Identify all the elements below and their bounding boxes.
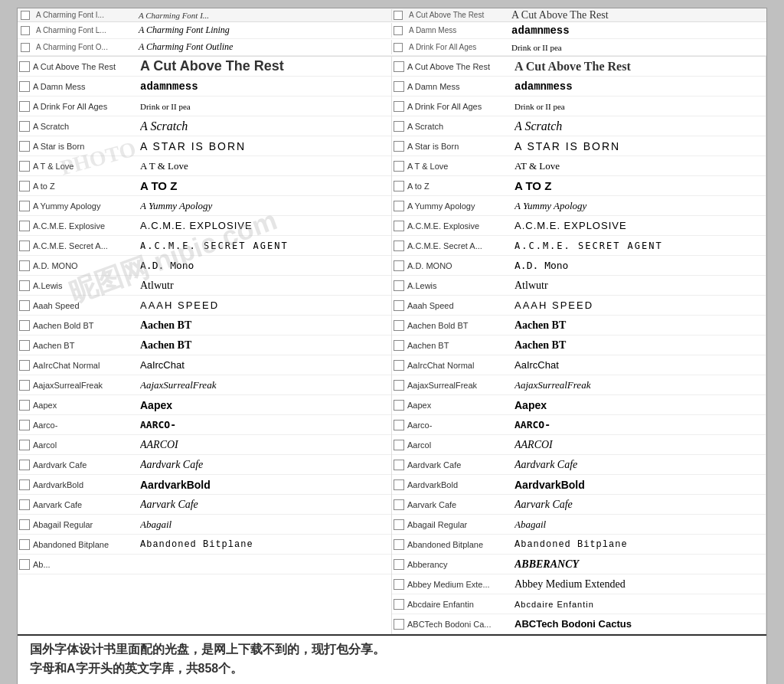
font-row[interactable]: Aachen BT Aachen BT bbox=[392, 335, 766, 355]
font-row[interactable]: A to Z A TO Z bbox=[392, 176, 766, 196]
checkbox[interactable] bbox=[19, 280, 30, 291]
checkbox[interactable] bbox=[19, 360, 30, 371]
font-row[interactable]: A.D. MONO A.D. Mono bbox=[18, 256, 391, 276]
font-row[interactable]: A Scratch A Scratch bbox=[392, 116, 766, 136]
checkbox[interactable] bbox=[19, 559, 30, 570]
checkbox[interactable] bbox=[394, 201, 404, 211]
font-row[interactable]: A.C.M.E. Explosive A.C.M.E. EXPLOSIVE bbox=[392, 216, 766, 236]
checkbox[interactable] bbox=[394, 479, 404, 490]
checkbox[interactable] bbox=[21, 11, 30, 20]
font-row[interactable]: A Drink For All Ages Drink or II pea bbox=[18, 97, 391, 116]
checkbox[interactable] bbox=[21, 43, 30, 52]
font-row[interactable]: A Scratch A Scratch bbox=[18, 116, 391, 136]
checkbox[interactable] bbox=[19, 539, 30, 550]
font-row[interactable]: Abagail Regular Abagail bbox=[18, 515, 391, 535]
checkbox[interactable] bbox=[394, 61, 404, 72]
font-row[interactable]: AaIrcChat Normal AaIrcChat bbox=[18, 355, 391, 375]
font-row[interactable]: A Damn Mess adamnmess bbox=[392, 77, 766, 97]
checkbox[interactable] bbox=[394, 101, 404, 112]
checkbox[interactable] bbox=[19, 400, 30, 411]
checkbox[interactable] bbox=[394, 619, 404, 630]
font-row[interactable]: A.D. MONO A.D. Mono bbox=[392, 256, 766, 276]
checkbox[interactable] bbox=[19, 499, 30, 510]
font-row[interactable]: A Star is Born A STAR IS BORN bbox=[392, 136, 766, 156]
font-row[interactable]: Abandoned Bitplane Abandoned Bitplane bbox=[392, 535, 766, 555]
checkbox[interactable] bbox=[19, 161, 30, 172]
checkbox[interactable] bbox=[394, 420, 404, 430]
checkbox[interactable] bbox=[394, 380, 404, 391]
font-row[interactable]: AardvarkBold AardvarkBold bbox=[18, 475, 391, 495]
checkbox[interactable] bbox=[394, 26, 403, 35]
checkbox[interactable] bbox=[19, 201, 30, 211]
font-row[interactable]: ABCTech Bodoni Ca... ABCTech Bodoni Cact… bbox=[392, 614, 766, 634]
checkbox[interactable] bbox=[19, 81, 30, 92]
checkbox[interactable] bbox=[394, 241, 404, 251]
checkbox[interactable] bbox=[19, 320, 30, 331]
font-row[interactable]: Aarcol AARCOI bbox=[18, 435, 391, 455]
font-row[interactable]: Abcdaire Enfantin Abcdaire Enfantin bbox=[392, 594, 766, 614]
checkbox[interactable] bbox=[19, 440, 30, 450]
font-row[interactable]: A Damn Mess adamnmess bbox=[18, 77, 391, 97]
checkbox[interactable] bbox=[394, 539, 404, 550]
checkbox[interactable] bbox=[394, 440, 404, 450]
checkbox[interactable] bbox=[394, 340, 404, 351]
font-row[interactable]: Aardvark Cafe Aardvark Cafe bbox=[392, 455, 766, 475]
font-row[interactable]: A T & Love AT & Love bbox=[392, 156, 766, 176]
font-row[interactable]: Aarco- AARCO- bbox=[392, 415, 766, 435]
checkbox[interactable] bbox=[19, 121, 30, 132]
checkbox[interactable] bbox=[19, 101, 30, 112]
font-row[interactable]: AardvarkBold AardvarkBold bbox=[392, 475, 766, 495]
checkbox[interactable] bbox=[394, 300, 404, 311]
font-row[interactable]: Aarcol AARCOI bbox=[392, 435, 766, 455]
font-row[interactable]: A Yummy Apology A Yummy Apology bbox=[392, 196, 766, 216]
checkbox[interactable] bbox=[19, 519, 30, 530]
checkbox[interactable] bbox=[394, 400, 404, 411]
checkbox[interactable] bbox=[394, 360, 404, 371]
font-row[interactable]: A.C.M.E. Secret A... A.C.M.E. SECRET AGE… bbox=[18, 236, 391, 256]
font-row[interactable]: A Yummy Apology A Yummy Apology bbox=[18, 196, 391, 216]
font-row[interactable]: Aarco- AARCO- bbox=[18, 415, 391, 435]
checkbox[interactable] bbox=[19, 300, 30, 311]
checkbox[interactable] bbox=[394, 599, 404, 610]
font-row[interactable]: A to Z A TO Z bbox=[18, 176, 391, 196]
font-row[interactable]: A Drink For All Ages Drink or II pea bbox=[392, 97, 766, 116]
checkbox[interactable] bbox=[19, 340, 30, 351]
font-row[interactable]: Abagail Regular Abagail bbox=[392, 515, 766, 535]
checkbox[interactable] bbox=[394, 181, 404, 191]
checkbox[interactable] bbox=[19, 241, 30, 251]
checkbox[interactable] bbox=[19, 221, 30, 231]
font-row[interactable]: Aaah Speed AAAH SPEED bbox=[18, 296, 391, 316]
font-row[interactable]: Abandoned Bitplane Abandoned Bitplane bbox=[18, 535, 391, 555]
checkbox[interactable] bbox=[19, 460, 30, 470]
checkbox[interactable] bbox=[394, 161, 404, 172]
checkbox[interactable] bbox=[394, 43, 403, 52]
font-row[interactable]: Aachen BT Aachen BT bbox=[18, 335, 391, 355]
font-row[interactable]: A Star is Born A STAR IS BORN bbox=[18, 136, 391, 156]
font-row[interactable]: Aaah Speed AAAH SPEED bbox=[392, 296, 766, 316]
checkbox[interactable] bbox=[394, 81, 404, 92]
font-row[interactable]: Aachen Bold BT Aachen BT bbox=[18, 316, 391, 335]
font-row[interactable]: AajaxSurrealFreak AajaxSurrealFreak bbox=[392, 375, 766, 395]
checkbox[interactable] bbox=[394, 559, 404, 570]
checkbox[interactable] bbox=[394, 121, 404, 132]
font-row[interactable]: Aarvark Cafe Aarvark Cafe bbox=[18, 495, 391, 515]
checkbox[interactable] bbox=[394, 499, 404, 510]
checkbox[interactable] bbox=[19, 260, 30, 271]
checkbox[interactable] bbox=[394, 519, 404, 530]
checkbox[interactable] bbox=[19, 479, 30, 490]
font-row[interactable]: A.Lewis Atlwutr bbox=[18, 276, 391, 296]
font-row[interactable]: Aarvark Cafe Aarvark Cafe bbox=[392, 495, 766, 515]
font-row[interactable]: Abbey Medium Exte... Abbey Medium Extend… bbox=[392, 574, 766, 594]
checkbox[interactable] bbox=[19, 61, 30, 72]
checkbox[interactable] bbox=[394, 221, 404, 231]
checkbox[interactable] bbox=[394, 579, 404, 590]
font-row[interactable]: AajaxSurrealFreak AajaxSurrealFreak bbox=[18, 375, 391, 395]
font-row[interactable]: A Cut Above The Rest A Cut Above The Res… bbox=[18, 57, 391, 77]
font-row[interactable]: Aapex Aapex bbox=[18, 395, 391, 415]
checkbox[interactable] bbox=[19, 141, 30, 152]
font-row[interactable]: Abberancy ABBERANCY bbox=[392, 555, 766, 574]
font-row[interactable]: A.C.M.E. Explosive A.C.M.E. EXPLOSIVE bbox=[18, 216, 391, 236]
font-row[interactable]: AaIrcChat Normal AaIrcChat bbox=[392, 355, 766, 375]
font-row[interactable]: A.Lewis Atlwutr bbox=[392, 276, 766, 296]
font-row[interactable]: Aachen Bold BT Aachen BT bbox=[392, 316, 766, 335]
